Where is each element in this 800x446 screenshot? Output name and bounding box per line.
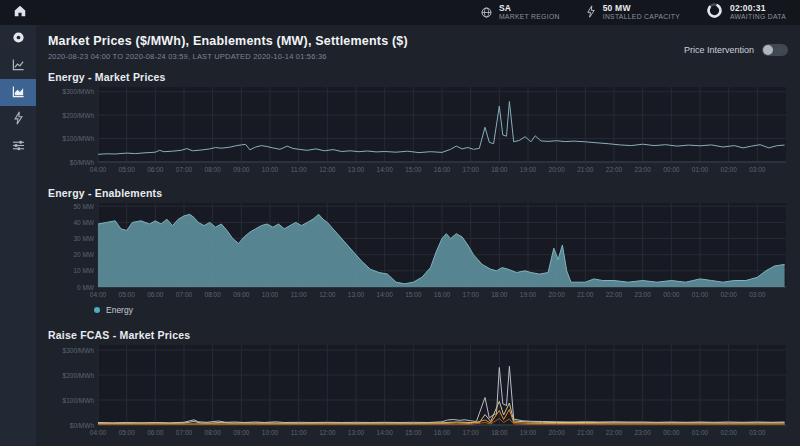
svg-text:19:00: 19:00 <box>520 429 537 436</box>
legend-dot <box>94 307 100 313</box>
svg-text:20 MW: 20 MW <box>73 251 94 258</box>
svg-text:09:00: 09:00 <box>233 166 250 173</box>
svg-text:18:00: 18:00 <box>491 166 508 173</box>
sidebar-item-bolt[interactable] <box>0 106 36 133</box>
svg-text:03:00: 03:00 <box>749 166 766 173</box>
svg-text:16:00: 16:00 <box>434 429 451 436</box>
svg-text:21:00: 21:00 <box>577 429 594 436</box>
energy-enablements-plot: 04:0005:0006:0007:0008:0009:0010:0011:00… <box>48 203 788 300</box>
svg-text:20:00: 20:00 <box>549 429 566 436</box>
status-market-region: SA MARKET REGION <box>481 4 560 22</box>
status-installed-capacity: 50 MW INSTALLED CAPACITY <box>586 4 680 22</box>
svg-text:23:00: 23:00 <box>635 291 652 298</box>
svg-text:02:00: 02:00 <box>721 166 738 173</box>
app-window: SA MARKET REGION 50 MW INSTALLED CAPACIT… <box>0 0 800 446</box>
svg-text:00:00: 00:00 <box>663 291 680 298</box>
sidebar-item-target[interactable] <box>0 25 36 52</box>
chart-energy-enablements: Energy - Enablements 04:0005:0006:0007:0… <box>48 187 788 317</box>
svg-text:06:00: 06:00 <box>147 291 164 298</box>
svg-text:19:00: 19:00 <box>520 166 537 173</box>
svg-text:02:00: 02:00 <box>721 291 738 298</box>
svg-text:01:00: 01:00 <box>692 291 709 298</box>
svg-text:13:00: 13:00 <box>348 291 365 298</box>
svg-text:12:00: 12:00 <box>319 291 336 298</box>
svg-text:30 MW: 30 MW <box>73 235 94 242</box>
chart-title: Energy - Market Prices <box>48 71 788 83</box>
svg-text:23:00: 23:00 <box>635 166 652 173</box>
svg-text:13:00: 13:00 <box>348 166 365 173</box>
svg-text:17:00: 17:00 <box>463 166 480 173</box>
svg-text:06:00: 06:00 <box>147 166 164 173</box>
svg-text:02:00: 02:00 <box>721 429 738 436</box>
svg-text:0 MW: 0 MW <box>77 284 95 291</box>
svg-text:03:00: 03:00 <box>749 429 766 436</box>
svg-text:19:00: 19:00 <box>520 291 537 298</box>
chart-raise-fcas-market-prices: Raise FCAS - Market Prices 04:0005:0006:… <box>48 329 788 438</box>
home-icon <box>13 4 27 22</box>
svg-text:12:00: 12:00 <box>319 429 336 436</box>
price-intervention-label: Price Intervention <box>684 45 754 55</box>
svg-text:15:00: 15:00 <box>405 166 422 173</box>
svg-text:04:00: 04:00 <box>90 166 107 173</box>
svg-text:11:00: 11:00 <box>291 166 307 173</box>
svg-text:01:00: 01:00 <box>692 166 709 173</box>
svg-text:20:00: 20:00 <box>549 291 566 298</box>
svg-text:$100/MWh: $100/MWh <box>63 135 95 142</box>
chart-title: Energy - Enablements <box>48 187 788 199</box>
svg-text:05:00: 05:00 <box>119 166 136 173</box>
energy-market-prices-plot: 04:0005:0006:0007:0008:0009:0010:0011:00… <box>48 87 788 175</box>
svg-text:10:00: 10:00 <box>262 291 279 298</box>
target-icon <box>12 30 25 48</box>
topbar: SA MARKET REGION 50 MW INSTALLED CAPACIT… <box>0 0 800 25</box>
sidebar-item-sliders[interactable] <box>0 133 36 160</box>
page-title: Market Prices ($/MWh), Enablements (MW),… <box>48 34 408 48</box>
svg-text:17:00: 17:00 <box>463 429 480 436</box>
svg-text:13:00: 13:00 <box>348 429 365 436</box>
area-chart-icon <box>12 84 25 102</box>
svg-text:08:00: 08:00 <box>205 166 222 173</box>
svg-text:14:00: 14:00 <box>377 291 394 298</box>
svg-text:00:00: 00:00 <box>663 429 680 436</box>
sidebar-item-line-chart[interactable] <box>0 52 36 79</box>
svg-text:20:00: 20:00 <box>549 166 566 173</box>
svg-text:22:00: 22:00 <box>606 166 623 173</box>
svg-text:04:00: 04:00 <box>90 429 107 436</box>
toggle-knob <box>763 45 773 55</box>
svg-text:12:00: 12:00 <box>319 166 336 173</box>
svg-text:$300/MWh: $300/MWh <box>63 347 95 354</box>
svg-text:05:00: 05:00 <box>119 429 136 436</box>
svg-text:21:00: 21:00 <box>577 166 594 173</box>
sidebar <box>0 25 36 446</box>
sliders-icon <box>12 138 25 156</box>
installed-capacity-value: 50 MW <box>603 4 680 14</box>
svg-text:23:00: 23:00 <box>635 429 652 436</box>
svg-text:14:00: 14:00 <box>377 429 394 436</box>
market-region-value: SA <box>499 4 560 14</box>
svg-text:14:00: 14:00 <box>377 166 394 173</box>
page-subtitle: 2020-08-23 04:00 TO 2020-08-24 03:59, LA… <box>48 52 408 61</box>
svg-text:04:00: 04:00 <box>90 291 107 298</box>
bolt-icon <box>586 4 596 22</box>
sidebar-item-area-chart[interactable] <box>0 79 36 106</box>
raise-fcas-market-prices-plot: 04:0005:0006:0007:0008:0009:0010:0011:00… <box>48 345 788 438</box>
chart-title: Raise FCAS - Market Prices <box>48 329 788 341</box>
spinner-icon <box>706 2 723 23</box>
awaiting-data-label: AWAITING DATA <box>730 13 786 21</box>
awaiting-data-value: 02:00:31 <box>730 4 786 14</box>
svg-text:$100/MWh: $100/MWh <box>63 397 95 404</box>
svg-text:08:00: 08:00 <box>205 429 222 436</box>
installed-capacity-label: INSTALLED CAPACITY <box>603 13 680 21</box>
svg-text:07:00: 07:00 <box>176 291 193 298</box>
chart-legend: Energy <box>94 303 788 317</box>
svg-text:05:00: 05:00 <box>119 291 136 298</box>
svg-text:10 MW: 10 MW <box>73 267 94 274</box>
svg-text:18:00: 18:00 <box>491 291 508 298</box>
home-button[interactable] <box>10 3 30 23</box>
svg-text:07:00: 07:00 <box>176 166 193 173</box>
svg-text:$200/MWh: $200/MWh <box>63 112 95 119</box>
svg-text:18:00: 18:00 <box>491 429 508 436</box>
price-intervention-toggle[interactable] <box>762 44 788 56</box>
svg-text:21:00: 21:00 <box>577 291 594 298</box>
svg-text:08:00: 08:00 <box>205 291 222 298</box>
line-chart-icon <box>12 57 25 75</box>
